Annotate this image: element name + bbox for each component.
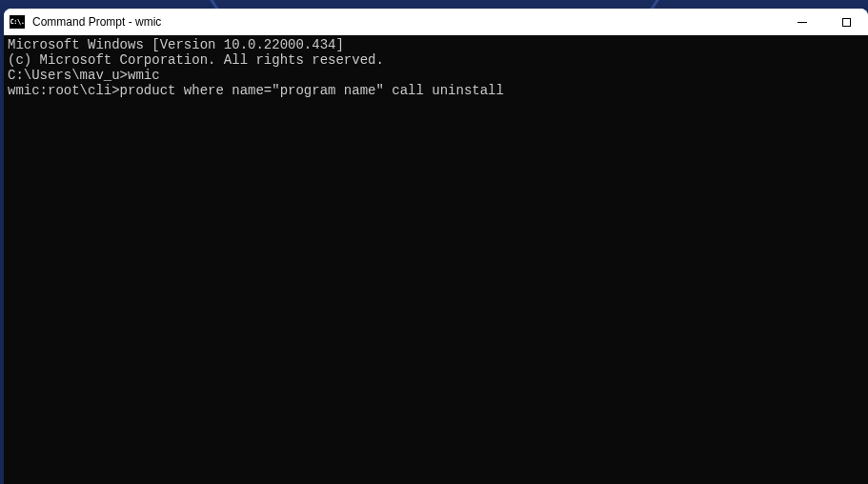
terminal-line: C:\Users\mav_u>wmic [8, 68, 864, 83]
app-icon-text: C:\. [10, 18, 25, 26]
command-prompt-window: C:\. Command Prompt - wmic Microsoft Win… [4, 9, 868, 484]
terminal-output[interactable]: Microsoft Windows [Version 10.0.22000.43… [4, 35, 868, 484]
window-title: Command Prompt - wmic [32, 15, 161, 29]
terminal-line: wmic:root\cli>product where name="progra… [8, 83, 864, 98]
maximize-icon [842, 18, 851, 27]
maximize-button[interactable] [824, 9, 868, 35]
minimize-button[interactable] [780, 9, 824, 35]
terminal-line: Microsoft Windows [Version 10.0.22000.43… [8, 37, 864, 52]
window-controls [780, 9, 868, 35]
minimize-icon [797, 22, 807, 23]
terminal-line: (c) Microsoft Corporation. All rights re… [8, 52, 864, 68]
titlebar[interactable]: C:\. Command Prompt - wmic [4, 9, 868, 35]
app-icon: C:\. [10, 15, 25, 29]
